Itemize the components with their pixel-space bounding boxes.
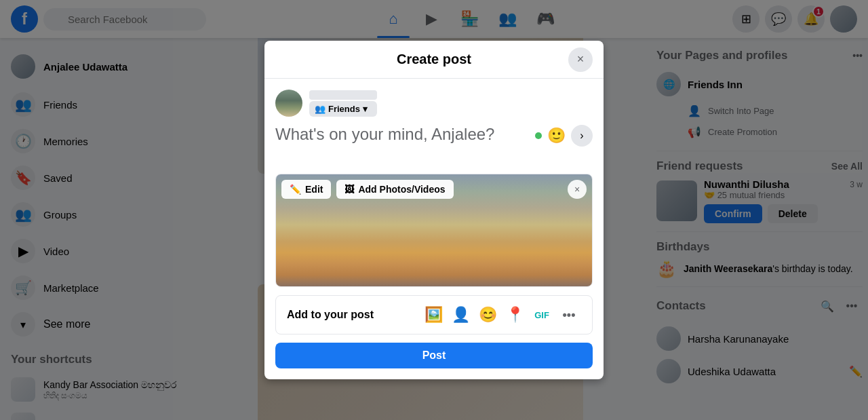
photo-video-btn[interactable]: 🖼️ (421, 303, 446, 327)
add-photos-btn[interactable]: 🖼 Add Photos/Videos (336, 180, 453, 199)
expand-btn[interactable]: › (571, 125, 593, 147)
post-text-area: What's on your mind, Anjalee? 🙂 › (275, 125, 593, 166)
post-user-row: 👥 Friends ▾ (275, 90, 593, 117)
tag-people-btn[interactable]: 👤 (448, 303, 473, 327)
gif-btn[interactable]: GIF (530, 303, 554, 327)
post-username-bar (309, 90, 377, 100)
image-preview-toolbar: ✏️ Edit 🖼 Add Photos/Videos (281, 180, 454, 199)
more-options-btn[interactable]: ••• (557, 303, 581, 327)
modal-overlay: Create post × 👥 Friends ▾ (0, 0, 868, 420)
modal-close-btn[interactable]: × (568, 47, 593, 72)
post-user-avatar (275, 90, 302, 117)
post-avatar-image (275, 90, 302, 117)
modal-header: Create post × (264, 41, 604, 79)
location-btn[interactable]: 📍 (502, 303, 527, 327)
modal-title: Create post (397, 52, 471, 67)
post-submit-btn[interactable]: Post (275, 343, 593, 368)
modal-body: 👥 Friends ▾ What's on your mind, Anjalee… (264, 79, 604, 379)
image-preview-close-btn[interactable]: × (568, 180, 587, 199)
chevron-down-icon: ▾ (363, 104, 368, 114)
image-preview-container: ✏️ Edit 🖼 Add Photos/Videos × (275, 174, 593, 287)
image-icon: 🖼 (344, 184, 354, 195)
create-post-modal: Create post × 👥 Friends ▾ (264, 41, 604, 379)
audience-dropdown[interactable]: 👥 Friends ▾ (309, 101, 377, 117)
add-to-post-row: Add to your post 🖼️ 👤 😊 📍 GIF ••• (275, 295, 593, 335)
pencil-icon: ✏️ (290, 184, 301, 195)
feeling-emoji-btn[interactable]: 😊 (475, 303, 500, 327)
add-to-post-icons: 🖼️ 👤 😊 📍 GIF ••• (421, 303, 581, 327)
add-to-post-label: Add to your post (287, 309, 374, 321)
emoji-picker-btn[interactable]: 🙂 (547, 127, 566, 145)
audience-label: Friends (328, 104, 360, 114)
people-icon: 👥 (315, 104, 326, 114)
post-emoji-row: 🙂 › (535, 125, 593, 147)
online-dot (535, 132, 542, 139)
edit-image-btn[interactable]: ✏️ Edit (281, 180, 331, 199)
